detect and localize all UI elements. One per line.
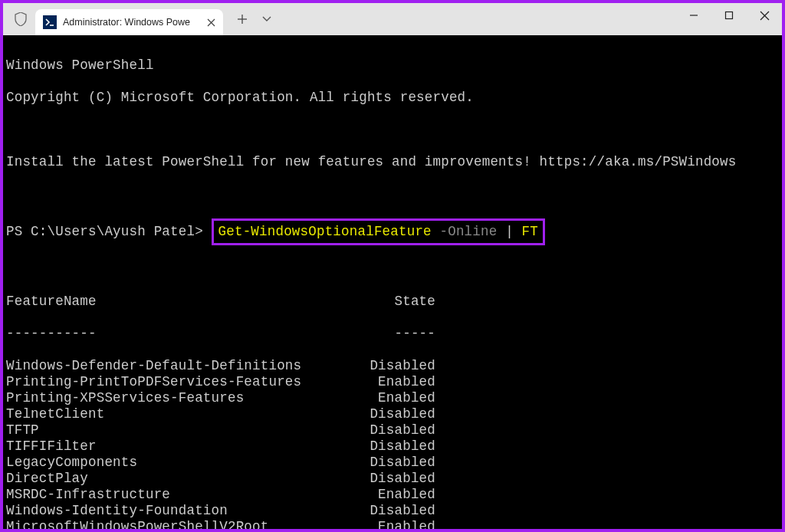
feature-name: Printing-XPSServices-Features	[6, 390, 351, 406]
command-highlight: Get-WindowsOptionalFeature -Online | FT	[212, 218, 545, 245]
feature-state: Disabled	[351, 422, 435, 438]
browser-tab[interactable]: Administrator: Windows Powe	[35, 9, 223, 35]
table-header: FeatureNameState	[6, 294, 779, 310]
header-name: FeatureName	[6, 294, 351, 310]
table-row: MicrosoftWindowsPowerShellV2RootEnabled	[6, 519, 779, 532]
tab-title: Administrator: Windows Powe	[63, 17, 200, 28]
titlebar: Administrator: Windows Powe	[3, 3, 782, 35]
feature-name: TIFFIFilter	[6, 438, 351, 455]
param: -Online	[440, 224, 498, 239]
feature-state: Disabled	[351, 438, 435, 455]
feature-name: Windows-Defender-Default-Definitions	[6, 358, 351, 374]
banner-line2: Copyright (C) Microsoft Corporation. All…	[6, 90, 779, 106]
feature-state: Enabled	[351, 487, 435, 503]
blank	[6, 186, 779, 202]
table-row: LegacyComponentsDisabled	[6, 455, 779, 471]
banner-line3: Install the latest PowerShell for new fe…	[6, 154, 779, 170]
feature-state: Enabled	[351, 519, 435, 532]
feature-name: MSRDC-Infrastructure	[6, 487, 351, 503]
minimize-button[interactable]	[676, 3, 711, 28]
prompt-line: PS C:\Users\Ayush Patel> Get-WindowsOpti…	[6, 218, 779, 245]
feature-name: DirectPlay	[6, 471, 351, 487]
close-window-button[interactable]	[747, 3, 782, 28]
table-row: MSRDC-InfrastructureEnabled	[6, 487, 779, 503]
feature-list: Windows-Defender-Default-DefinitionsDisa…	[6, 358, 779, 532]
new-tab-button[interactable]	[231, 8, 254, 31]
feature-name: MicrosoftWindowsPowerShellV2Root	[6, 519, 351, 532]
table-row: Windows-Defender-Default-DefinitionsDisa…	[6, 358, 779, 374]
feature-state: Disabled	[351, 455, 435, 471]
feature-name: TFTP	[6, 422, 351, 438]
feature-name: Windows-Identity-Foundation	[6, 503, 351, 519]
window-controls	[676, 3, 782, 28]
ft: FT	[522, 224, 538, 239]
maximize-button[interactable]	[711, 3, 747, 28]
cmdlet: Get-WindowsOptionalFeature	[218, 224, 432, 239]
feature-state: Enabled	[351, 374, 435, 390]
pipe: |	[505, 224, 514, 239]
table-row: TelnetClientDisabled	[6, 406, 779, 422]
table-row: Printing-PrintToPDFServices-FeaturesEnab…	[6, 374, 779, 390]
feature-state: Disabled	[351, 358, 435, 374]
table-underline: ----------------	[6, 326, 779, 342]
feature-name: LegacyComponents	[6, 455, 351, 471]
underline-state: -----	[351, 326, 435, 342]
svg-rect-6	[726, 12, 733, 19]
feature-state: Disabled	[351, 503, 435, 519]
powershell-icon	[43, 15, 57, 29]
blank	[6, 261, 779, 277]
blank	[6, 122, 779, 138]
feature-name: Printing-PrintToPDFServices-Features	[6, 374, 351, 390]
feature-state: Enabled	[351, 390, 435, 406]
table-row: TFTPDisabled	[6, 422, 779, 438]
tab-dropdown-button[interactable]	[255, 8, 278, 31]
banner-line1: Windows PowerShell	[6, 57, 779, 74]
feature-state: Disabled	[351, 471, 435, 487]
table-row: Printing-XPSServices-FeaturesEnabled	[6, 390, 779, 406]
prompt: PS C:\Users\Ayush Patel>	[6, 224, 203, 239]
underline-name: -----------	[6, 326, 351, 342]
feature-state: Disabled	[351, 406, 435, 422]
table-row: DirectPlayDisabled	[6, 471, 779, 487]
close-tab-button[interactable]	[205, 16, 217, 28]
feature-name: TelnetClient	[6, 406, 351, 422]
terminal-output[interactable]: Windows PowerShell Copyright (C) Microso…	[3, 35, 782, 529]
table-row: TIFFIFilterDisabled	[6, 438, 779, 455]
shield-icon	[14, 12, 28, 26]
table-row: Windows-Identity-FoundationDisabled	[6, 503, 779, 519]
header-state: State	[351, 294, 435, 310]
